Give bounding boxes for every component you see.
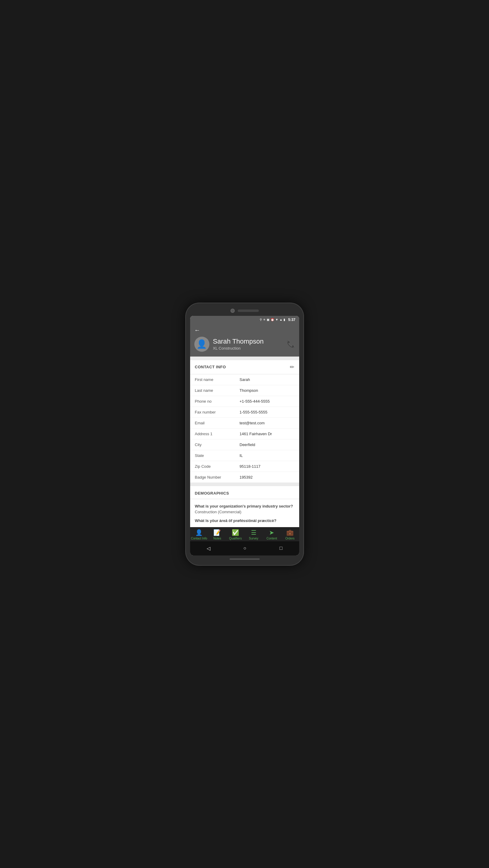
nav-item-content[interactable]: ➤ Content — [263, 529, 281, 540]
field-value-firstname: Sarah — [239, 377, 294, 382]
field-label-address1: Address 1 — [195, 432, 240, 436]
status-bar: ⚲ ✳ ▣ ⏰ ▼ ▲ ▮ 5:37 — [190, 316, 299, 324]
status-icons: ⚲ ✳ ▣ ⏰ ▼ ▲ ▮ — [260, 318, 286, 321]
field-label-zip: Zip Code — [195, 464, 240, 469]
battery-icon: ▮ — [284, 318, 285, 321]
home-indicator — [230, 558, 260, 560]
field-label-state: State — [195, 453, 240, 458]
demo-answer-1: Construction (Commercial) — [190, 510, 299, 516]
nav-item-qualifiers[interactable]: ✅ Qualifiers — [226, 529, 244, 540]
nav-label-contact-info: Contact Info — [191, 537, 207, 540]
orders-nav-icon: 💼 — [286, 529, 294, 536]
field-label-email: Email — [195, 421, 240, 425]
edit-button[interactable]: ✏ — [290, 364, 294, 370]
table-row: Fax number 1-555-555-5555 — [190, 407, 299, 418]
table-row: Badge Number 195392 — [190, 472, 299, 483]
table-row: First name Sarah — [190, 374, 299, 385]
nav-label-survey: Survey — [249, 537, 258, 540]
notes-nav-icon: 📝 — [213, 529, 221, 536]
table-row: State IL — [190, 450, 299, 461]
demo-question-1: What is your organization's primary indu… — [190, 501, 299, 510]
phone-bottom — [190, 558, 299, 560]
field-value-lastname: Thompson — [239, 388, 294, 393]
nav-label-qualifiers: Qualifiers — [229, 537, 242, 540]
alarm-icon: ⏰ — [270, 318, 274, 321]
phone-device: ⚲ ✳ ▣ ⏰ ▼ ▲ ▮ 5:37 ← 👤 Sarah Thompson — [186, 303, 303, 565]
contact-company: XL Construction — [213, 346, 264, 350]
camera-lens — [230, 309, 235, 313]
contact-header: 👤 Sarah Thompson XL Construction 📞 — [194, 337, 295, 352]
nav-item-contact-info[interactable]: 👤 Contact Info — [190, 529, 208, 540]
demographics-card: DEMOGRAPHICS What is your organization's… — [190, 486, 299, 527]
speaker-grille — [238, 310, 259, 312]
bluetooth-icon: ✳ — [263, 318, 265, 321]
android-nav: ◁ ○ □ — [190, 541, 299, 555]
field-value-badge: 195392 — [239, 475, 294, 479]
app-header: ← 👤 Sarah Thompson XL Construction 📞 — [190, 324, 299, 356]
field-value-fax: 1-555-555-5555 — [239, 410, 294, 414]
phone-screen: ⚲ ✳ ▣ ⏰ ▼ ▲ ▮ 5:37 ← 👤 Sarah Thompson — [190, 316, 299, 555]
contact-info-left: 👤 Sarah Thompson XL Construction — [194, 337, 264, 352]
contact-info-nav-icon: 👤 — [195, 529, 203, 536]
location-icon: ⚲ — [260, 318, 262, 321]
demographics-header: DEMOGRAPHICS — [190, 486, 299, 499]
status-time: 5:37 — [288, 318, 295, 322]
table-row: City Deerfield — [190, 439, 299, 450]
field-label-city: City — [195, 442, 240, 447]
survey-nav-icon: ☰ — [251, 529, 256, 536]
field-value-city: Deerfield — [239, 442, 294, 447]
avatar: 👤 — [194, 337, 209, 352]
back-button[interactable]: ← — [194, 327, 200, 334]
contact-info-header: CONTACT INFO ✏ — [190, 360, 299, 374]
field-label-badge: Badge Number — [195, 475, 240, 479]
call-button[interactable]: 📞 — [287, 340, 295, 348]
demo-question-2: Whàt ïs yöur àreâ öf prøféssiönàl præcti… — [190, 516, 299, 524]
field-value-email: test@test.com — [239, 421, 294, 425]
table-row: Phone no +1-555-444-5555 — [190, 396, 299, 407]
field-value-phone: +1-555-444-5555 — [239, 399, 294, 404]
table-row: Address 1 1461 Fairhaven Dr — [190, 429, 299, 439]
main-content: CONTACT INFO ✏ First name Sarah Last nam… — [190, 356, 299, 527]
contact-info-table: First name Sarah Last name Thompson Phon… — [190, 374, 299, 483]
contact-info-title: CONTACT INFO — [195, 365, 226, 369]
contact-info-card: CONTACT INFO ✏ First name Sarah Last nam… — [190, 360, 299, 483]
nav-label-notes: Notes — [213, 537, 221, 540]
android-home-button[interactable]: ○ — [237, 544, 253, 552]
phone-top — [190, 309, 299, 313]
content-nav-icon: ➤ — [269, 529, 274, 536]
nav-item-survey[interactable]: ☰ Survey — [244, 529, 262, 540]
field-label-firstname: First name — [195, 377, 240, 382]
android-back-button[interactable]: ◁ — [201, 544, 216, 553]
wifi-icon: ▼ — [275, 318, 279, 321]
table-row: Zip Code 95118-1117 — [190, 461, 299, 472]
contact-details: Sarah Thompson XL Construction — [213, 338, 264, 350]
demographics-title: DEMOGRAPHICS — [195, 491, 229, 495]
table-row: Last name Thompson — [190, 385, 299, 396]
signal-icon: ▲ — [280, 318, 283, 321]
avatar-icon: 👤 — [196, 340, 207, 348]
field-label-phone: Phone no — [195, 399, 240, 404]
field-label-fax: Fax number — [195, 410, 240, 414]
field-value-state: IL — [239, 453, 294, 458]
table-row: Email test@test.com — [190, 418, 299, 429]
vibrate-icon: ▣ — [267, 318, 269, 321]
field-value-address1: 1461 Fairhaven Dr — [239, 432, 294, 436]
qualifiers-nav-icon: ✅ — [232, 529, 239, 536]
android-recents-button[interactable]: □ — [273, 544, 289, 552]
bottom-nav: 👤 Contact Info 📝 Notes ✅ Qualifiers ☰ Su… — [190, 527, 299, 541]
field-value-zip: 95118-1117 — [239, 464, 294, 469]
nav-label-orders: Orders — [285, 537, 295, 540]
nav-item-notes[interactable]: 📝 Notes — [208, 529, 226, 540]
nav-label-content: Content — [266, 537, 277, 540]
contact-name: Sarah Thompson — [213, 338, 264, 345]
field-label-lastname: Last name — [195, 388, 240, 393]
nav-item-orders[interactable]: 💼 Orders — [281, 529, 299, 540]
